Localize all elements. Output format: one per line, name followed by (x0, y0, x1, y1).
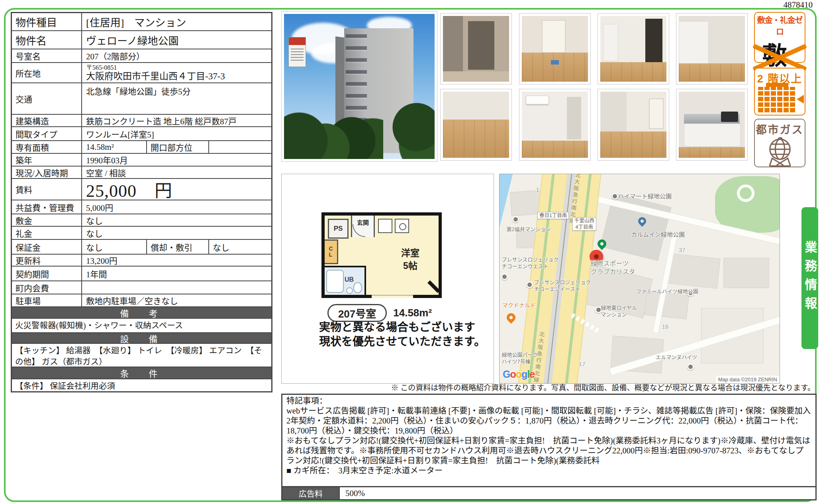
map-label: プレサンスロジェリョク チコーエンイースト (534, 279, 591, 293)
map-label-boxed: 千里山西 4丁目南 (572, 217, 596, 231)
notes-paragraph-3: ■ カギ所在： 3月末空き予定:水道メーター (286, 466, 811, 476)
main-photo (281, 11, 437, 162)
floorplan-diagram: PS 玄関 C L UB 洋室 5帖 (321, 212, 442, 298)
map-label: ハイマート緑地公園 (618, 192, 672, 200)
map-label: 緑地公園パーク ハイツ7号棟 (502, 352, 538, 365)
ad-fee-value: 500% (340, 487, 815, 499)
table-row: 築年1990年03月 (12, 154, 271, 167)
notes-title: 特記事項： (286, 396, 811, 406)
tab-business-info[interactable]: 業務情報 (801, 207, 818, 349)
wood-floor-room-photo (443, 92, 509, 158)
map-pin-icon (501, 273, 508, 280)
table-row: 専有面積 14.58m² 開口部方位 (12, 141, 271, 154)
thumb-photo-1 (440, 13, 512, 84)
floorplan-panel: PS 玄関 C L UB 洋室 5帖 207号室 14.58m² 実物と異なる場… (281, 174, 494, 384)
map-block-number: 17 (579, 360, 586, 368)
equipment-header: 設 備 (12, 333, 271, 344)
map-label: プレサンスロジェリョク チコーエンウエスト (502, 257, 559, 270)
floor-arrow-icon (797, 95, 804, 104)
thumb-photo-6 (519, 89, 591, 161)
map-label: 第2福井マンション (507, 226, 551, 233)
table-row: 建築構造鉄筋コンクリート造 地上6階 総戸数87戸 (12, 115, 271, 127)
thumb-photo-8 (676, 89, 748, 161)
badge-second-floor-up: 2 階以上 (754, 68, 805, 116)
table-row: 交通北急線「緑地公園」徒歩5分 (12, 83, 271, 115)
thumb-photo-7 (598, 89, 669, 161)
street-sign (288, 37, 306, 67)
table-row: 号室名207（2階部分） (12, 49, 271, 63)
map-label-place: 緑地スポーツ クラブカリスタ (590, 260, 635, 277)
floorplan-ub-label: UB (345, 276, 354, 283)
table-row: 物件種目[住居用] マンション (12, 13, 271, 31)
floorplan-note-2: 現状を優先させていただきます。 (319, 333, 485, 349)
conditions-text: 【条件】 保証会社利用必須 (12, 379, 271, 394)
thumb-photo-5 (440, 89, 512, 161)
remarks-text: 火災警報器(報知機)・シャワー・収納スペース (12, 319, 271, 333)
conditions-header: 条 件 (12, 367, 271, 379)
table-row: 礼金なし (12, 227, 271, 240)
table-row: 物件名ヴェローノ緑地公園 (12, 31, 271, 49)
bathtub-icon (326, 270, 344, 293)
hallway-photo (600, 16, 666, 82)
map-label-boxed: 春日1丁目南 (537, 212, 569, 219)
rent-amount: 25,000 円 (82, 179, 271, 200)
table-row: 更新料13,200円 (12, 255, 271, 267)
google-logo[interactable]: Google (503, 369, 535, 380)
map-label: カルムイン緑地公園 (631, 231, 685, 239)
equipment-text: 【キッチン】 給湯器 【水廻り】 トイレ 【冷暖房】 エアコン 【その他】 ガス… (12, 344, 271, 367)
table-row: 間取タイプワンルーム[洋室5] (12, 127, 271, 141)
toilet-icon (353, 282, 362, 293)
kitchen-stove-icon (395, 219, 409, 233)
gas-tank-icon (763, 137, 797, 169)
special-notes-box: 特記事項： webサービス広告掲載 [許可]・転載事前連絡 [不要]・画像の転載… (281, 394, 817, 500)
property-table: 物件種目[住居用] マンション 物件名ヴェローノ緑地公園 号室名207（2階部分… (11, 12, 272, 392)
disclaimer-note: ※ この資料は物件の概略紹介資料になります。写真、間取図面、設備、概要などが現況… (391, 382, 815, 392)
badge-no-deposit: 敷金・礼金ゼロ 敷礼 (754, 12, 805, 63)
thumb-photo-3 (598, 13, 669, 84)
room-window-photo (522, 16, 588, 82)
thumb-photo-2 (519, 13, 591, 84)
remarks-header: 備 考 (12, 307, 271, 319)
floorplan-closet-label: C L (325, 239, 338, 264)
washbasin-icon (346, 287, 353, 294)
badge-city-gas: 都市ガス (754, 119, 805, 167)
ad-fee-row: 広告料 500% (282, 486, 815, 499)
table-row: 敷金なし (12, 214, 271, 227)
aircon-icon (526, 96, 549, 104)
floorplan-note-1: 実物と異なる場合もございます (319, 318, 475, 334)
room-corner-photo (600, 92, 666, 158)
table-row: 共益費・管理費5,000円 (12, 200, 271, 214)
map-block-number: 1 (536, 186, 539, 194)
map-canvas[interactable]: 北大阪急行南北線 北大阪急行南北線 1 ハイマート緑地公園 春日1丁目南 千里山… (499, 174, 780, 384)
restaurant-pin-icon (505, 312, 517, 324)
ad-fee-label: 広告料 (282, 487, 340, 499)
kitchen-sink-photo (679, 92, 745, 158)
property-listing-sheet: 4878410 物件種目[住居用] マンション 物件名ヴェローノ緑地公園 号室名… (0, 0, 819, 504)
map-pin-icon (687, 363, 694, 370)
table-row: 駐車場敷地内駐車場／空きなし (12, 294, 271, 307)
building-exterior-photo (284, 14, 435, 159)
map-label-restaurant: マクドナルド (502, 302, 536, 309)
table-row: 所在地 〒565-0851 大阪府吹田市千里山西４丁目-37-3 (12, 63, 271, 83)
kitchen-corner-photo (679, 16, 745, 82)
aircon-room-photo (522, 92, 588, 158)
address: 大阪府吹田市千里山西４丁目-37-3 (86, 71, 225, 82)
map-label: エルマンヌハイツ (656, 354, 697, 361)
floorplan-room-label: 洋室 5帖 (388, 247, 432, 272)
roundabout (737, 184, 754, 202)
notes-paragraph-2: ※おもてなしプラン対応!(鍵交換代+初回保証料+日割り家賃=家主負担! 抗菌コー… (286, 436, 811, 466)
table-row: 保証金 なし 償却・敷引 なし (12, 240, 271, 255)
notes-paragraph-1: webサービス広告掲載 [許可]・転載事前連絡 [不要]・画像の転載 [可能]・… (286, 406, 811, 436)
map-block-number: 16 (662, 323, 669, 331)
table-row: 契約期間1年間 (12, 267, 271, 281)
map-pin-icon (512, 216, 519, 223)
document-id: 4878410 (784, 0, 813, 10)
map-label: ファミールハイツ緑地公園 (636, 288, 698, 295)
kitchen-sink-icon (378, 219, 392, 233)
floorplan-ps-label: PS (328, 219, 349, 239)
wall-chamfer (427, 280, 440, 293)
thumb-photo-4 (676, 13, 748, 84)
unit-area: 14.58m² (393, 307, 432, 319)
entrance-door-photo (443, 16, 509, 82)
building-icon (758, 87, 796, 112)
